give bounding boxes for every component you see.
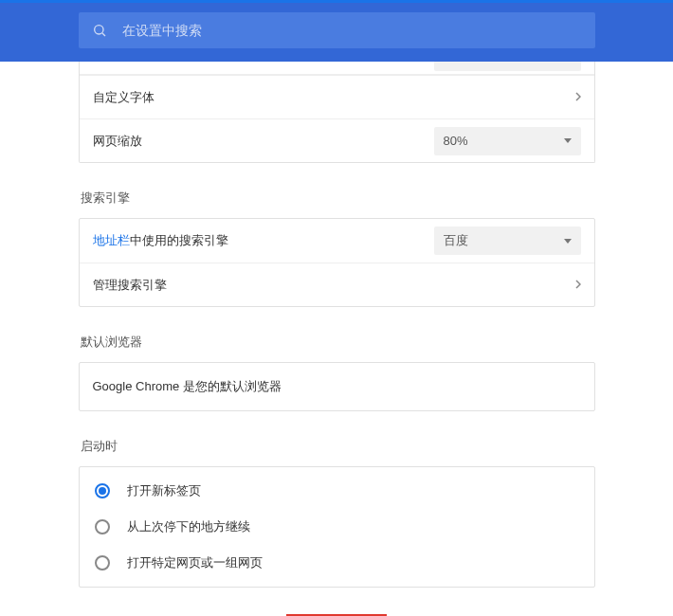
startup-option-continue[interactable]: 从上次停下的地方继续: [80, 509, 594, 545]
appearance-card: 自定义字体 网页缩放 80%: [79, 62, 595, 163]
manage-search-engines-row[interactable]: 管理搜索引擎: [80, 263, 594, 306]
startup-radio-group: 打开新标签页 从上次停下的地方继续 打开特定网页或一组网页: [80, 467, 594, 587]
font-size-row-peek[interactable]: [80, 62, 594, 75]
page-zoom-select[interactable]: 80%: [434, 127, 581, 155]
settings-content: 自定义字体 网页缩放 80% 搜索引擎 地址栏中使用的搜索引擎 百度: [79, 62, 595, 616]
radio-icon: [95, 555, 110, 571]
chevron-right-icon: [562, 278, 581, 292]
startup-option-label: 打开新标签页: [127, 482, 201, 499]
svg-line-1: [102, 33, 105, 36]
address-bar-link[interactable]: 地址栏: [93, 233, 130, 247]
search-icon: [92, 23, 107, 38]
startup-option-new-tab[interactable]: 打开新标签页: [80, 473, 594, 509]
chevron-right-icon: [562, 90, 581, 104]
default-browser-card: Google Chrome 是您的默认浏览器: [79, 362, 595, 411]
address-bar-engine-row: 地址栏中使用的搜索引擎 百度: [80, 219, 594, 263]
section-title-search-engine: 搜索引擎: [79, 190, 595, 207]
on-startup-card: 打开新标签页 从上次停下的地方继续 打开特定网页或一组网页: [79, 466, 595, 588]
section-title-default-browser: 默认浏览器: [79, 334, 595, 351]
page-zoom-label: 网页缩放: [93, 133, 142, 150]
search-input[interactable]: [122, 23, 582, 38]
address-bar-suffix: 中使用的搜索引擎: [130, 233, 228, 247]
font-size-combo-peek: [434, 62, 581, 71]
radio-icon: [95, 483, 110, 498]
header-bar: [0, 3, 673, 62]
svg-point-0: [94, 26, 102, 34]
caret-down-icon: [564, 239, 572, 244]
radio-icon: [95, 519, 110, 534]
address-bar-engine-label: 地址栏中使用的搜索引擎: [93, 232, 228, 249]
startup-option-label: 打开特定网页或一组网页: [127, 554, 263, 571]
startup-option-specific-pages[interactable]: 打开特定网页或一组网页: [80, 545, 594, 581]
default-browser-info: Google Chrome 是您的默认浏览器: [80, 363, 594, 410]
custom-fonts-label: 自定义字体: [93, 89, 155, 106]
search-bar[interactable]: [79, 12, 595, 48]
caret-down-icon: [564, 138, 572, 143]
manage-search-engines-label: 管理搜索引擎: [93, 277, 167, 294]
search-engine-select[interactable]: 百度: [434, 226, 581, 255]
page-zoom-value: 80%: [444, 134, 468, 148]
page-zoom-row: 网页缩放 80%: [80, 118, 594, 162]
startup-option-label: 从上次停下的地方继续: [127, 518, 250, 535]
search-engine-card: 地址栏中使用的搜索引擎 百度 管理搜索引擎: [79, 218, 595, 307]
custom-fonts-row[interactable]: 自定义字体: [80, 75, 594, 118]
section-title-on-startup: 启动时: [79, 438, 595, 455]
search-engine-value: 百度: [444, 232, 468, 249]
